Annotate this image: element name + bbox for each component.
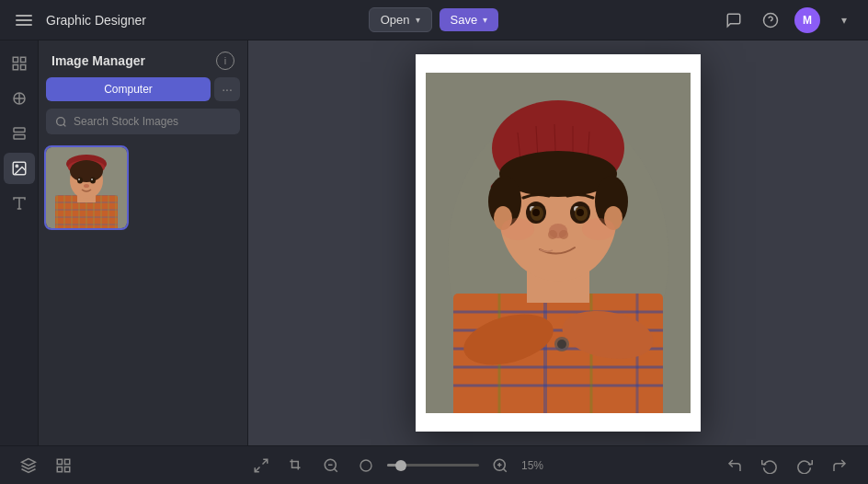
svg-line-16 xyxy=(63,124,65,126)
svg-point-12 xyxy=(16,165,17,167)
crop-button[interactable] xyxy=(282,452,310,479)
undo-icon xyxy=(761,457,778,474)
bottom-toolbar: 15% xyxy=(0,445,868,484)
panel-info-button[interactable]: i xyxy=(216,52,234,70)
svg-point-73 xyxy=(559,230,568,239)
undo-history-icon xyxy=(726,457,743,474)
svg-rect-5 xyxy=(20,65,25,70)
canvas-area xyxy=(248,40,868,445)
image-manager-icon xyxy=(11,160,28,177)
zoom-circle-button[interactable] xyxy=(352,452,380,479)
undo-history-button[interactable] xyxy=(721,452,748,479)
search-stock-label: Search Stock Images xyxy=(74,115,178,128)
image-thumbnail[interactable] xyxy=(46,147,127,228)
svg-rect-2 xyxy=(13,57,17,62)
zoom-percent-label: 15% xyxy=(521,459,551,472)
svg-point-27 xyxy=(78,179,80,180)
svg-point-29 xyxy=(84,184,89,188)
hamburger-icon xyxy=(16,15,32,26)
redo-history-button[interactable] xyxy=(826,452,853,479)
layers-button[interactable] xyxy=(15,452,42,479)
info-icon: i xyxy=(224,55,226,66)
svg-rect-10 xyxy=(14,135,25,140)
sidebar-images-button[interactable] xyxy=(4,153,35,184)
toolbar-center-group: 15% xyxy=(247,452,551,479)
image-manager-panel: Image Manager i Computer ··· Search Stoc… xyxy=(39,40,248,445)
avatar-chevron-icon: ▾ xyxy=(841,14,847,27)
svg-marker-76 xyxy=(22,458,36,466)
tab-more-button[interactable]: ··· xyxy=(214,77,240,101)
zoom-slider-container xyxy=(352,452,514,479)
svg-rect-9 xyxy=(14,128,25,133)
svg-point-25 xyxy=(77,178,83,184)
save-chevron-icon: ▾ xyxy=(483,15,487,25)
panel-tabs: Computer ··· xyxy=(39,77,247,101)
save-label: Save xyxy=(451,13,478,27)
search-stock-button[interactable]: Search Stock Images xyxy=(46,109,240,134)
svg-point-28 xyxy=(91,179,93,180)
icon-sidebar xyxy=(0,40,39,445)
open-button[interactable]: Open ▾ xyxy=(369,7,432,32)
svg-rect-79 xyxy=(57,467,62,471)
help-icon xyxy=(762,12,779,29)
zoom-out-button[interactable] xyxy=(317,452,345,479)
image-grid xyxy=(39,144,247,232)
svg-rect-78 xyxy=(65,459,70,464)
zoom-circle-icon xyxy=(359,458,373,473)
sidebar-home-button[interactable] xyxy=(4,48,35,79)
fit-view-button[interactable] xyxy=(247,452,275,479)
canvas-photo xyxy=(426,73,691,413)
svg-point-72 xyxy=(548,230,557,239)
redo-icon xyxy=(796,457,813,474)
svg-line-81 xyxy=(263,459,268,464)
header: Graphic Designer Open ▾ Save ▾ M ▾ xyxy=(0,0,868,40)
fit-icon xyxy=(253,457,269,474)
svg-point-75 xyxy=(582,218,615,240)
svg-point-26 xyxy=(90,178,96,184)
zoom-out-icon xyxy=(323,457,339,474)
app-title: Graphic Designer xyxy=(46,13,146,28)
more-icon: ··· xyxy=(222,82,233,97)
svg-point-86 xyxy=(360,460,371,471)
shapes-icon xyxy=(11,90,28,107)
text-icon xyxy=(11,195,28,212)
panel-title: Image Manager xyxy=(51,53,145,68)
tab-computer-label: Computer xyxy=(104,83,153,96)
svg-point-48 xyxy=(557,340,566,349)
save-button[interactable]: Save ▾ xyxy=(440,8,499,31)
zoom-slider[interactable] xyxy=(387,464,479,467)
redo-button[interactable] xyxy=(791,452,818,479)
avatar-chevron-button[interactable]: ▾ xyxy=(831,7,857,33)
chat-icon xyxy=(725,12,742,29)
svg-line-88 xyxy=(503,468,506,471)
sidebar-shapes-button[interactable] xyxy=(4,83,35,114)
svg-line-84 xyxy=(334,468,337,471)
avatar[interactable]: M xyxy=(794,7,820,33)
child-portrait-svg xyxy=(46,147,127,228)
hamburger-button[interactable] xyxy=(11,7,37,33)
zoom-in-button[interactable] xyxy=(486,452,514,479)
svg-rect-3 xyxy=(20,57,25,62)
svg-rect-77 xyxy=(57,459,62,464)
grid-button[interactable] xyxy=(50,452,77,479)
toolbar-left-group xyxy=(15,452,77,479)
open-chevron-icon: ▾ xyxy=(416,15,420,25)
svg-rect-80 xyxy=(65,467,70,471)
toolbar-right-group xyxy=(721,452,853,479)
sidebar-text-button[interactable] xyxy=(4,188,35,219)
tab-computer[interactable]: Computer xyxy=(46,77,211,101)
layers-icon xyxy=(11,125,28,142)
undo-button[interactable] xyxy=(756,452,783,479)
sidebar-layers-button[interactable] xyxy=(4,118,35,149)
header-right: M ▾ xyxy=(721,7,857,33)
redo-history-icon xyxy=(831,457,848,474)
panel-header: Image Manager i xyxy=(39,40,247,77)
header-center: Open ▾ Save ▾ xyxy=(369,7,498,32)
help-button[interactable] xyxy=(758,7,783,33)
svg-point-24 xyxy=(70,160,103,182)
open-label: Open xyxy=(381,13,410,27)
search-icon xyxy=(55,116,67,128)
main-body: Image Manager i Computer ··· Search Stoc… xyxy=(0,40,868,445)
chat-button[interactable] xyxy=(721,7,747,33)
zoom-in-icon xyxy=(492,457,508,474)
